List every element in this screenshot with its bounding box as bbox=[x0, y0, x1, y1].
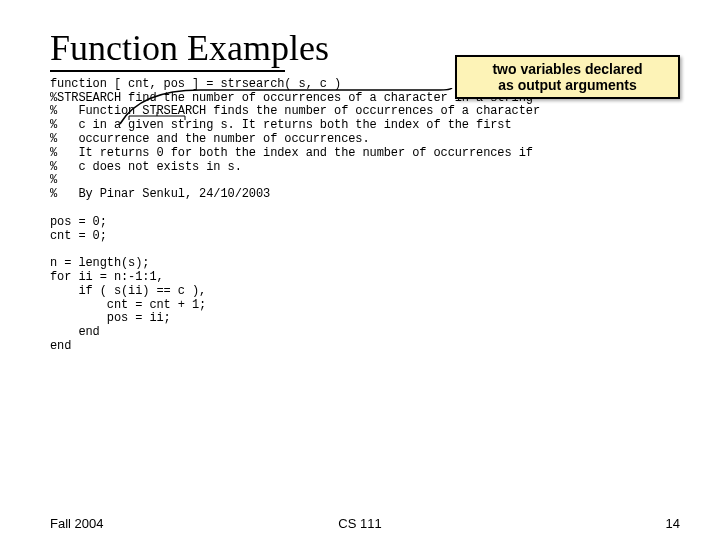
code-line: % c in a given string s. It returns both… bbox=[50, 118, 512, 132]
code-line: if ( s(ii) == c ), bbox=[50, 284, 206, 298]
footer-page-number: 14 bbox=[666, 516, 680, 531]
code-line: % By Pinar Senkul, 24/10/2003 bbox=[50, 187, 270, 201]
code-line: % It returns 0 for both the index and th… bbox=[50, 146, 533, 160]
code-line: % bbox=[50, 173, 57, 187]
title-underline bbox=[50, 70, 285, 72]
footer-center: CS 111 bbox=[0, 516, 720, 531]
code-line: pos = ii; bbox=[50, 311, 171, 325]
code-line: function [ cnt, pos ] = strsearch( s, c … bbox=[50, 77, 341, 91]
code-line: cnt = cnt + 1; bbox=[50, 298, 206, 312]
code-line: % Function STRSEARCH finds the number of… bbox=[50, 104, 540, 118]
callout-line2: as output arguments bbox=[463, 77, 672, 93]
code-block: function [ cnt, pos ] = strsearch( s, c … bbox=[50, 78, 680, 354]
code-line: % occurrence and the number of occurrenc… bbox=[50, 132, 370, 146]
code-line: pos = 0; bbox=[50, 215, 107, 229]
code-line: end bbox=[50, 339, 71, 353]
code-line: % c does not exists in s. bbox=[50, 160, 242, 174]
callout-annotation: two variables declared as output argumen… bbox=[455, 55, 680, 99]
code-line: end bbox=[50, 325, 100, 339]
code-line: n = length(s); bbox=[50, 256, 149, 270]
code-line: cnt = 0; bbox=[50, 229, 107, 243]
code-line: for ii = n:-1:1, bbox=[50, 270, 164, 284]
callout-line1: two variables declared bbox=[463, 61, 672, 77]
